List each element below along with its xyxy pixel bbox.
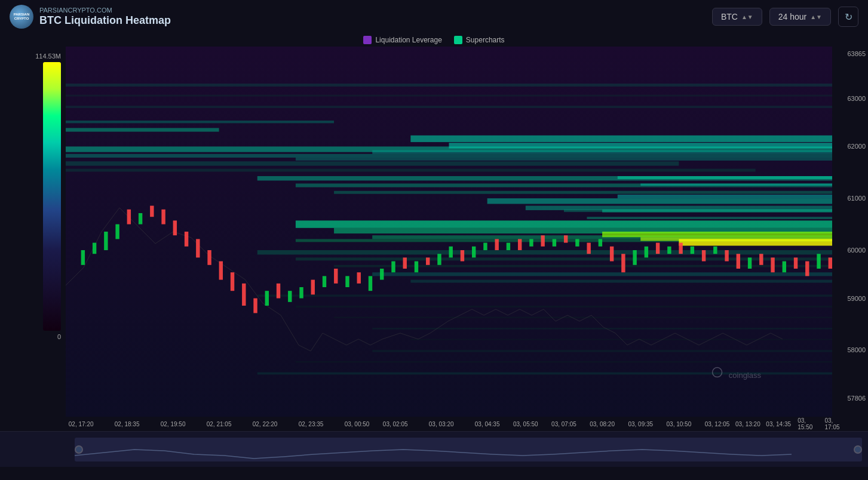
svg-rect-13: [296, 158, 832, 161]
svg-text:coinglass: coinglass: [729, 371, 762, 380]
svg-rect-84: [529, 239, 533, 246]
svg-rect-60: [253, 299, 257, 313]
svg-rect-98: [691, 247, 694, 254]
timeframe-selector[interactable]: 24 hour ▲▼: [769, 8, 831, 26]
svg-rect-82: [507, 243, 510, 250]
svg-rect-67: [334, 269, 338, 284]
scrollbar-area[interactable]: [0, 431, 868, 467]
svg-rect-6: [66, 95, 832, 97]
svg-rect-68: [345, 276, 349, 287]
site-logo: PARSIANCRYPTO: [10, 5, 33, 29]
scrollbar-track[interactable]: [75, 438, 862, 461]
svg-rect-106: [783, 261, 786, 273]
legend-liquidation: Liquidation Leverage: [363, 36, 441, 44]
heatmap-canvas: coinglass: [66, 47, 832, 417]
header-controls: BTC ▲▼ 24 hour ▲▼ ↻: [712, 7, 858, 27]
x-label-13: 03, 09:35: [628, 421, 653, 427]
svg-rect-38: [296, 361, 832, 362]
y-label-57806: 57806: [847, 395, 866, 402]
x-label-14: 03, 10:50: [667, 421, 692, 427]
x-label-11: 03, 07:05: [551, 421, 576, 427]
svg-rect-32: [257, 294, 832, 297]
svg-rect-34: [334, 317, 832, 318]
heatmap-svg: coinglass: [66, 47, 832, 417]
legend-supercharts: Supercharts: [454, 36, 505, 44]
color-scale: 114.53M 0: [0, 47, 66, 417]
svg-rect-71: [380, 269, 384, 280]
svg-rect-97: [679, 243, 682, 254]
y-label-62000: 62000: [847, 143, 866, 150]
x-label-8: 03, 03:20: [429, 421, 454, 427]
x-label-7: 03, 02:05: [383, 421, 408, 427]
x-label-18: 03, 15:50: [798, 417, 821, 430]
title-area: PARSIANCRYPTO.COM BTC Liquidation Heatma…: [39, 7, 171, 27]
liquidation-swatch: [363, 36, 372, 44]
x-label-16: 03, 13:20: [735, 421, 760, 427]
svg-rect-109: [817, 254, 820, 269]
svg-rect-59: [242, 284, 246, 306]
svg-rect-103: [748, 257, 752, 269]
x-axis: 02, 17:20 02, 18:35 02, 19:50 02, 21:05 …: [66, 417, 832, 431]
svg-rect-79: [472, 247, 476, 258]
svg-rect-99: [702, 250, 706, 261]
scrollbar-handle-right[interactable]: [854, 445, 862, 454]
svg-rect-44: [587, 217, 832, 219]
refresh-button[interactable]: ↻: [838, 7, 858, 27]
svg-rect-54: [185, 232, 188, 247]
y-label-59000: 59000: [847, 295, 866, 302]
svg-rect-66: [323, 276, 326, 287]
x-label-9: 03, 04:35: [475, 421, 500, 427]
svg-rect-17: [487, 198, 832, 204]
svg-rect-62: [277, 284, 280, 299]
scale-gradient-bar: [43, 62, 61, 331]
svg-rect-108: [805, 261, 809, 276]
svg-rect-53: [173, 220, 177, 235]
y-axis: 63865 63000 62000 61000 60000 59000 5800…: [832, 47, 868, 417]
svg-rect-86: [553, 239, 556, 246]
svg-rect-29: [334, 265, 832, 267]
svg-rect-41: [640, 183, 832, 186]
x-label-5: 02, 23:35: [299, 421, 324, 427]
svg-rect-75: [426, 257, 430, 264]
svg-rect-12: [372, 150, 832, 154]
y-label-58000: 58000: [847, 346, 866, 353]
supercharts-swatch: [454, 36, 462, 44]
y-label-60000: 60000: [847, 247, 866, 254]
x-label-6: 03, 00:50: [345, 421, 370, 427]
svg-rect-85: [541, 235, 544, 247]
svg-rect-87: [564, 235, 568, 242]
svg-rect-26: [679, 239, 832, 245]
svg-rect-3: [66, 161, 679, 165]
svg-rect-50: [139, 213, 142, 224]
svg-rect-10: [410, 136, 832, 142]
svg-rect-73: [403, 257, 407, 269]
svg-rect-40: [618, 176, 832, 179]
scale-max-label: 114.53M: [35, 53, 61, 60]
svg-rect-47: [104, 232, 108, 250]
svg-rect-89: [587, 243, 590, 254]
timeframe-dropdown-arrow: ▲▼: [810, 14, 822, 20]
x-label-15: 03, 12:05: [705, 421, 730, 427]
x-label-4: 02, 22:20: [253, 421, 278, 427]
svg-rect-101: [725, 250, 728, 261]
x-label-0: 02, 17:20: [69, 421, 94, 427]
svg-rect-8: [66, 121, 334, 123]
svg-rect-7: [66, 106, 832, 108]
x-label-19: 03, 17:05: [824, 417, 839, 430]
svg-rect-77: [449, 247, 453, 258]
x-label-12: 03, 08:20: [590, 421, 615, 427]
x-label-1: 02, 18:35: [115, 421, 140, 427]
svg-rect-83: [518, 239, 522, 250]
asset-selector[interactable]: BTC ▲▼: [712, 8, 762, 26]
scrollbar-handle-left[interactable]: [75, 445, 83, 454]
svg-rect-35: [372, 328, 832, 329]
svg-rect-49: [127, 210, 131, 224]
svg-rect-76: [437, 254, 441, 265]
svg-rect-16: [334, 191, 832, 194]
svg-rect-100: [713, 247, 717, 254]
svg-rect-102: [737, 254, 740, 269]
svg-rect-90: [599, 239, 602, 246]
svg-rect-96: [667, 247, 671, 254]
svg-rect-4: [66, 169, 756, 172]
svg-rect-114: [75, 438, 862, 461]
